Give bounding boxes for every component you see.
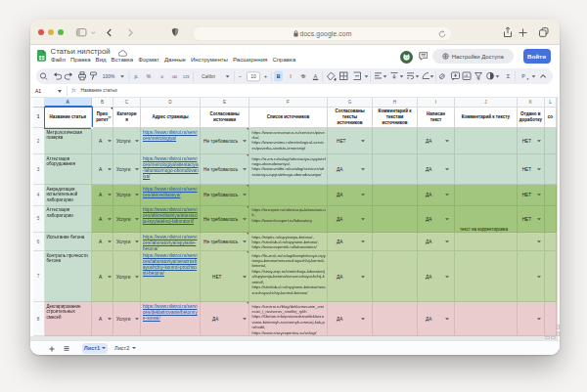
svg-text:Calibri: Calibri [202,74,215,79]
svg-text:.00: .00 [171,74,178,79]
svg-text:Σ: Σ [507,73,511,79]
svg-text:%: % [147,74,152,79]
svg-text:+: + [264,73,268,79]
svg-text:−: − [239,73,243,79]
svg-text:р.: р. [134,74,138,79]
svg-text:A: A [314,73,318,79]
svg-text:I: I [290,73,292,79]
svg-text:B: B [277,73,281,79]
svg-text:100%: 100% [103,74,115,79]
svg-text:.0: .0 [159,74,163,79]
svg-text:123: 123 [183,74,190,79]
svg-text:▾: ▾ [527,76,529,80]
svg-text:Р: Р [521,73,525,79]
svg-text:10: 10 [250,74,256,79]
